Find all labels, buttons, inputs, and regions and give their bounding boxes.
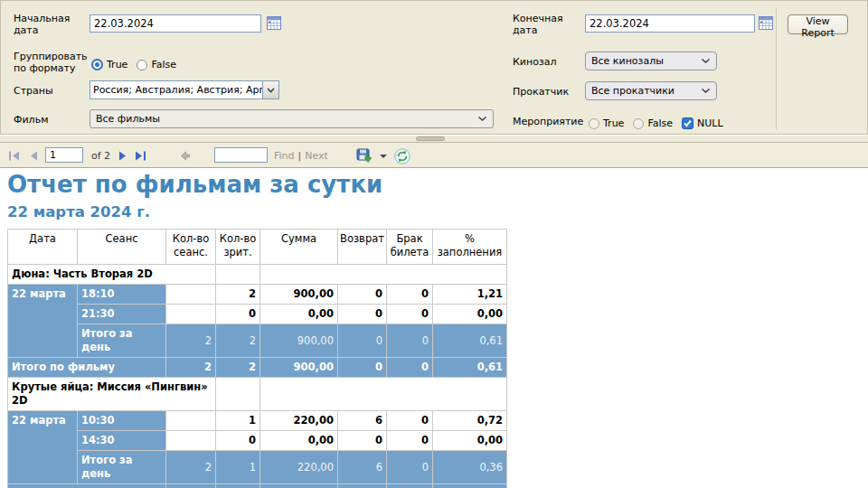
- countries-label: Страны: [14, 85, 53, 97]
- value-cell: 0: [338, 305, 387, 324]
- session-time-cell: 21:30: [78, 305, 166, 324]
- films-report-table: ДатаСеансКол-во сеанс.Кол-во зрит.СуммаВ…: [7, 229, 507, 488]
- value-cell: 2: [216, 285, 260, 305]
- hall-select[interactable]: Все кинозалы: [585, 52, 717, 70]
- event-true-radio[interactable]: [589, 118, 599, 129]
- refresh-icon[interactable]: [394, 148, 410, 164]
- distributor-select[interactable]: Все прокатчики: [585, 81, 717, 100]
- value-cell: [166, 305, 216, 324]
- film-total-label: Итого по фильму: [8, 358, 166, 378]
- report-title: Отчет по фильмам за сутки: [7, 171, 382, 198]
- column-header: Возврат: [338, 230, 387, 265]
- film-total-value: 900,00: [260, 358, 338, 378]
- session-time-cell: 14:30: [78, 431, 166, 451]
- film-total-value: 0: [338, 358, 387, 378]
- column-header: Дата: [8, 230, 78, 265]
- session-row: 22 марта18:102900,00001,21: [8, 285, 507, 305]
- next-page-button[interactable]: [118, 151, 127, 161]
- chevron-down-icon: [702, 59, 716, 63]
- film-group-title-row: Дюна: Часть Вторая 2D: [8, 265, 507, 285]
- value-cell: [166, 411, 216, 431]
- value-cell: 0: [216, 431, 260, 451]
- value-cell: [166, 285, 216, 305]
- event-label: Мероприятие: [513, 116, 583, 127]
- day-total-value: 900,00: [260, 324, 338, 358]
- group-by-format-label: Группировать по формату: [14, 51, 90, 74]
- day-total-value: 0,36: [433, 451, 507, 484]
- column-header: Кол-во сеанс.: [166, 230, 216, 265]
- distributor-label: Прокатчик: [513, 86, 569, 98]
- splitter-strip: [0, 136, 868, 142]
- film-group-title-row: Крутые яйца: Миссия «Пингвин» 2D: [8, 378, 507, 411]
- event-null-checkbox[interactable]: [682, 116, 693, 133]
- film-select[interactable]: Все фильмы: [90, 109, 494, 128]
- session-row: 14:3000,00000,00: [8, 431, 507, 451]
- session-row: 21:3000,00000,00: [8, 305, 507, 324]
- group-true-radio[interactable]: [91, 59, 103, 70]
- find-next-links: Find|Next: [274, 150, 328, 162]
- day-total-value: 2: [166, 324, 216, 358]
- value-cell: 6: [338, 411, 387, 431]
- value-cell: 1: [216, 411, 260, 431]
- parameters-collapse-handle[interactable]: [416, 136, 445, 141]
- page-number-input[interactable]: [45, 147, 83, 163]
- value-cell: 0,00: [260, 431, 338, 451]
- day-total-label: Итого за день: [78, 451, 166, 484]
- day-total-value: 6: [338, 451, 387, 484]
- next-link[interactable]: Next: [305, 150, 328, 162]
- day-total-value: 0: [387, 451, 433, 484]
- view-report-button[interactable]: View Report: [788, 14, 848, 34]
- film-group-title: Дюна: Часть Вторая 2D: [8, 265, 216, 285]
- film-total-value: 6: [338, 484, 387, 488]
- empty-cell: [260, 265, 507, 285]
- value-cell: [166, 431, 216, 451]
- column-header: Сумма: [260, 230, 338, 265]
- film-total-label: Итого по фильму: [8, 484, 166, 488]
- film-group-title: Крутые яйца: Миссия «Пингвин» 2D: [8, 378, 216, 411]
- hall-value: Все кинозалы: [586, 55, 702, 67]
- end-date-calendar-icon[interactable]: [759, 16, 773, 30]
- column-header: Брак билета: [387, 230, 433, 265]
- export-save-icon[interactable]: [356, 148, 374, 164]
- report-date-subtitle: 22 марта 2024 г.: [7, 203, 150, 221]
- film-total-value: 1: [216, 484, 260, 488]
- start-date-calendar-icon[interactable]: [267, 16, 281, 30]
- find-link[interactable]: Find: [274, 150, 295, 162]
- value-cell: 900,00: [260, 285, 338, 305]
- day-total-value: 2: [166, 451, 216, 484]
- film-total-row: Итого по фильму21220,00600,36: [8, 484, 507, 488]
- start-date-input[interactable]: [90, 14, 261, 33]
- event-false-radio[interactable]: [633, 118, 644, 129]
- film-total-value: 2: [216, 358, 260, 378]
- value-cell: 0,00: [260, 305, 338, 324]
- value-cell: 0: [387, 411, 433, 431]
- hall-label: Кинозал: [513, 56, 557, 68]
- value-cell: 0,00: [433, 431, 507, 451]
- session-row: 22 марта10:301220,00600,72: [8, 411, 507, 431]
- film-total-value: 0: [387, 358, 433, 378]
- previous-page-button[interactable]: [30, 151, 38, 161]
- value-cell: 0: [387, 305, 433, 324]
- parameters-panel: Начальная дата Группировать по формату T…: [0, 0, 868, 135]
- group-false-radio[interactable]: [137, 60, 147, 70]
- day-total-value: 1: [216, 451, 260, 484]
- table-header-row: ДатаСеансКол-во сеанс.Кол-во зрит.СуммаВ…: [8, 230, 507, 265]
- countries-dropdown-button[interactable]: [262, 81, 278, 99]
- chevron-down-icon: [702, 89, 716, 93]
- value-cell: 1,21: [433, 285, 507, 305]
- first-page-button[interactable]: [8, 151, 20, 161]
- film-total-value: 0,61: [433, 358, 507, 378]
- export-dropdown-caret[interactable]: [380, 155, 387, 158]
- day-total-value: 0: [338, 324, 387, 358]
- end-date-input[interactable]: [585, 14, 755, 33]
- film-total-row: Итого по фильму22900,00000,61: [8, 358, 507, 378]
- countries-combobox[interactable]: Россия; Австралия; Австрия; Арге: [90, 80, 279, 99]
- column-header: % заполнения: [433, 230, 507, 265]
- day-total-row: Итого за день21220,00600,36: [8, 451, 507, 484]
- back-to-parent-report-button[interactable]: [180, 151, 191, 161]
- column-header: Сеанс: [78, 230, 166, 265]
- search-text-input[interactable]: [214, 147, 268, 163]
- last-page-button[interactable]: [135, 151, 146, 161]
- event-null-label: NULL: [697, 117, 723, 129]
- film-value: Все фильмы: [90, 113, 478, 125]
